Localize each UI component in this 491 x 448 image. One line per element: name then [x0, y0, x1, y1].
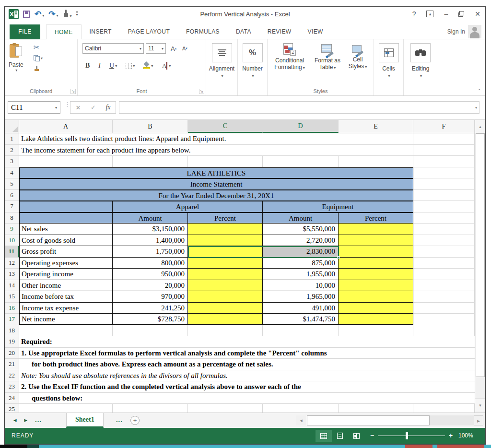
cancel-entry-icon[interactable]: ✕ — [75, 104, 81, 111]
normal-view-button[interactable] — [316, 430, 332, 442]
grow-font-button[interactable]: A▴ — [169, 43, 178, 54]
cell-A20[interactable]: 1. Use appropriate Excel formulas to per… — [19, 348, 475, 359]
cell-C3[interactable] — [188, 156, 263, 167]
copy-button[interactable]: ▾ — [32, 53, 45, 63]
zoom-slider-track[interactable] — [378, 436, 445, 436]
row-header-17[interactable]: 17 — [5, 314, 19, 325]
cell-F6[interactable] — [413, 190, 475, 201]
cell-D14[interactable]: 10,000 — [263, 280, 339, 292]
cell-A17[interactable]: Net income — [19, 314, 113, 325]
font-name-combo[interactable]: Calibri▾ — [82, 43, 144, 54]
cell-C10[interactable] — [188, 235, 263, 247]
cell-F8[interactable] — [413, 212, 475, 224]
row-header-6[interactable]: 6 — [5, 190, 19, 201]
cell-D9[interactable]: $5,550,000 — [263, 224, 339, 235]
cell-F25[interactable] — [413, 404, 475, 413]
cell-A10[interactable]: Cost of goods sold — [19, 235, 113, 247]
column-header-D[interactable]: D — [263, 120, 339, 133]
cell-C8[interactable]: Percent — [188, 212, 263, 224]
page-layout-view-button[interactable] — [332, 430, 348, 442]
row-header-19[interactable]: 19 — [5, 336, 19, 348]
cell-B16[interactable]: 241,250 — [113, 303, 188, 314]
tab-home[interactable]: HOME — [46, 24, 82, 40]
row-header-7[interactable]: 7 — [5, 201, 19, 212]
underline-button[interactable]: U▾ — [107, 60, 119, 71]
cell-D16[interactable]: 491,000 — [263, 303, 339, 314]
cell-D3[interactable] — [263, 156, 339, 167]
row-header-13[interactable]: 13 — [5, 269, 19, 280]
clipboard-dialog-launcher[interactable]: ↘ — [70, 89, 76, 94]
cell-styles-button[interactable]: CellStyles▾ — [344, 45, 371, 71]
tab-page-layout[interactable]: PAGE LAYOUT — [120, 24, 178, 39]
confirm-entry-icon[interactable]: ✓ — [91, 104, 95, 111]
cell-D13[interactable]: 1,955,000 — [263, 269, 339, 280]
column-header-B[interactable]: B — [113, 120, 188, 133]
help-button[interactable]: ? — [412, 10, 416, 18]
tab-view[interactable]: VIEW — [300, 24, 331, 39]
cell-F18[interactable] — [413, 325, 475, 337]
name-box[interactable]: C11 ▾ — [8, 101, 60, 114]
minimize-button[interactable]: – — [444, 10, 448, 18]
select-all-corner[interactable] — [5, 120, 19, 133]
page-break-preview-button[interactable] — [348, 430, 364, 442]
row-header-14[interactable]: 14 — [5, 280, 19, 292]
borders-button[interactable]: ▾ — [124, 60, 137, 71]
cell-A25[interactable] — [19, 404, 113, 413]
cell-B14[interactable]: 20,000 — [113, 280, 188, 292]
vertical-scrollbar[interactable]: ▴ ▾ — [475, 120, 485, 413]
close-button[interactable]: ✕ — [475, 10, 480, 18]
horizontal-scrollbar-thumb[interactable] — [307, 415, 430, 425]
row-header-3[interactable]: 3 — [5, 156, 19, 167]
row-header-1[interactable]: 1 — [5, 133, 19, 145]
cell-A8[interactable] — [19, 212, 113, 224]
vertical-scrollbar-thumb[interactable] — [476, 133, 485, 377]
cell-D25[interactable] — [263, 404, 339, 413]
cell-B13[interactable]: 950,000 — [113, 269, 188, 280]
row-header-12[interactable]: 12 — [5, 258, 19, 269]
cut-button[interactable]: ✂ — [32, 42, 42, 53]
cell-A22[interactable]: Note: You should use absolute references… — [19, 370, 475, 382]
row-header-22[interactable]: 22 — [5, 370, 19, 382]
fill-color-button[interactable]: ▾ — [141, 60, 155, 71]
cell-A11[interactable]: Gross profit — [19, 246, 113, 258]
tab-insert[interactable]: INSERT — [82, 24, 120, 39]
next-sheet-icon[interactable]: ▸ — [24, 416, 28, 424]
cell-A13[interactable]: Operating income — [19, 269, 113, 280]
cell-E10[interactable] — [339, 235, 413, 247]
cell-E8[interactable]: Percent — [339, 212, 413, 224]
cell-E17[interactable] — [339, 314, 413, 325]
cell-B8[interactable]: Amount — [113, 212, 188, 224]
column-header-E[interactable]: E — [339, 120, 413, 133]
cell-C15[interactable] — [188, 291, 263, 303]
column-header-A[interactable]: A — [19, 120, 113, 133]
cell-B25[interactable] — [113, 404, 188, 413]
row-header-15[interactable]: 15 — [5, 291, 19, 303]
tab-data[interactable]: DATA — [228, 24, 259, 39]
ribbon-display-options-icon[interactable]: ▴ — [426, 11, 433, 17]
cell-E14[interactable] — [339, 280, 413, 292]
zoom-out-icon[interactable]: − — [370, 432, 374, 439]
restore-icon[interactable] — [458, 11, 464, 17]
cell-A14[interactable]: Other income — [19, 280, 113, 292]
cell-A24[interactable]: questions below: — [19, 393, 475, 404]
tab-file[interactable]: FILE — [10, 24, 40, 39]
cell-F10[interactable] — [413, 235, 475, 247]
prev-sheet-icon[interactable]: ◂ — [13, 416, 17, 424]
cell-B15[interactable]: 970,000 — [113, 291, 188, 303]
cell-E16[interactable] — [339, 303, 413, 314]
column-header-C[interactable]: C — [188, 120, 263, 133]
cell-F12[interactable] — [413, 258, 475, 269]
zoom-level[interactable]: 100% — [458, 432, 473, 439]
cell-E9[interactable] — [339, 224, 413, 235]
horizontal-scrollbar-track[interactable] — [430, 415, 474, 425]
cell-D12[interactable]: 875,000 — [263, 258, 339, 269]
cell-D15[interactable]: 1,965,000 — [263, 291, 339, 303]
vertical-scrollbar-track[interactable] — [475, 377, 485, 398]
zoom-slider-thumb[interactable] — [406, 432, 408, 439]
font-color-button[interactable]: A▾ — [160, 60, 173, 71]
cell-F4[interactable] — [413, 167, 475, 179]
zoom-in-icon[interactable]: + — [449, 432, 453, 439]
row-header-21[interactable]: 21 — [5, 359, 19, 370]
cell-E18[interactable] — [339, 325, 413, 337]
cell-A16[interactable]: Income tax expense — [19, 303, 113, 314]
